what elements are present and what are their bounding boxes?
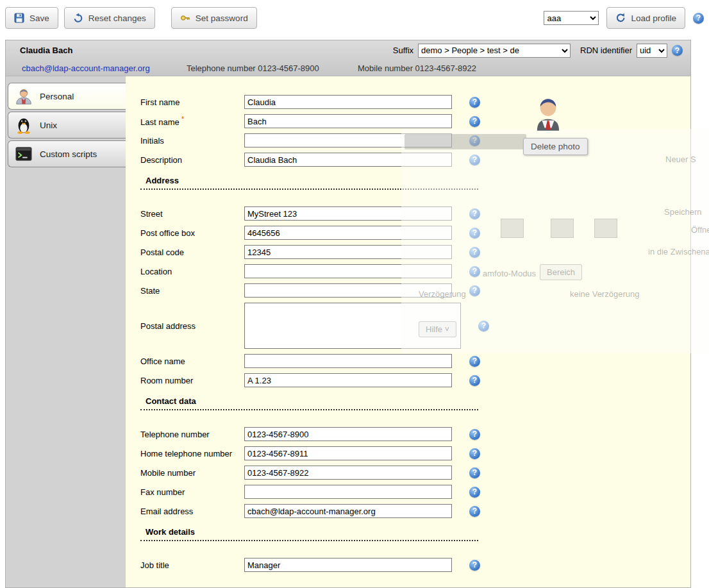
help-icon[interactable]: ? — [469, 448, 480, 459]
save-button-label: Save — [29, 13, 49, 23]
help-icon[interactable]: ? — [469, 375, 480, 386]
form-row: Fax number ? — [140, 485, 690, 499]
job-title-label: Job title — [140, 560, 244, 570]
form-row: Mobile number ? — [140, 466, 690, 480]
last-name-input[interactable] — [244, 114, 452, 128]
header-right-group: Suffix demo > People > test > de RDN ide… — [393, 44, 683, 58]
reset-changes-button[interactable]: Reset changes — [64, 7, 155, 29]
help-icon[interactable]: ? — [469, 155, 480, 165]
street-input[interactable] — [244, 206, 452, 221]
toolbar-help-icon[interactable]: ? — [693, 13, 704, 24]
postal-address-label: Postal address — [140, 321, 244, 331]
key-icon — [180, 13, 190, 23]
post-office-box-input[interactable] — [244, 226, 452, 240]
home-telephone-number-input[interactable] — [244, 446, 452, 460]
lam-account-edit-page: Save Reset changes Set password aa — [0, 0, 709, 588]
help-icon[interactable]: ? — [469, 506, 480, 517]
suffix-label: Suffix — [393, 46, 413, 55]
initials-input[interactable] — [244, 133, 452, 147]
set-password-button[interactable]: Set password — [171, 7, 257, 29]
help-icon[interactable]: ? — [469, 356, 480, 367]
help-icon[interactable]: ? — [469, 285, 480, 296]
form-row: Email address ? — [140, 504, 690, 518]
help-icon[interactable]: ? — [469, 487, 480, 498]
terminal-icon — [14, 144, 33, 164]
person-icon — [14, 87, 33, 106]
location-input[interactable] — [244, 264, 452, 278]
help-icon[interactable]: ? — [469, 266, 480, 277]
rdn-select[interactable]: uid — [637, 44, 667, 58]
help-icon[interactable]: ? — [469, 560, 480, 571]
reload-icon — [615, 13, 626, 23]
load-profile-button[interactable]: Load profile — [606, 7, 685, 29]
account-header: Claudia Bach Suffix demo > People > test… — [6, 40, 690, 76]
form-row: First name ? — [140, 95, 690, 109]
room-number-input[interactable] — [244, 373, 452, 387]
tab-unix-label: Unix — [40, 121, 57, 130]
profile-select[interactable]: aaa — [544, 11, 599, 25]
job-title-input[interactable] — [244, 558, 452, 572]
header-telephone: Telephone number 0123-4567-8900 — [187, 63, 358, 73]
description-input[interactable] — [244, 153, 452, 167]
form-row: State ? — [140, 283, 690, 298]
last-name-label: Last name* — [140, 115, 244, 127]
undo-arrow-icon — [73, 13, 83, 23]
panel-body: Personal Unix — [6, 76, 690, 587]
help-icon[interactable]: ? — [469, 135, 480, 146]
postal-address-textarea[interactable] — [244, 303, 461, 349]
form-row: Location ? — [140, 264, 690, 278]
account-email-link[interactable]: cbach@ldap-account-manager.org — [22, 63, 187, 73]
street-label: Street — [140, 209, 244, 219]
state-label: State — [140, 286, 244, 296]
account-header-row1: Claudia Bach Suffix demo > People > test… — [6, 40, 690, 60]
save-disk-icon — [14, 13, 24, 23]
first-name-label: First name — [140, 97, 244, 107]
tab-custom-scripts[interactable]: Custom scripts — [8, 140, 126, 167]
office-name-label: Office name — [140, 357, 244, 366]
account-panel: Claudia Bach Suffix demo > People > test… — [5, 40, 691, 588]
telephone-number-input[interactable] — [244, 427, 452, 441]
tab-personal[interactable]: Personal — [8, 83, 126, 110]
location-label: Location — [140, 267, 244, 276]
form-row: Street ? — [140, 206, 690, 221]
suffix-select[interactable]: demo > People > test > de — [418, 44, 571, 58]
load-profile-label: Load profile — [631, 13, 676, 23]
email-address-label: Email address — [140, 507, 244, 516]
form-row: Post office box ? — [140, 226, 690, 240]
form-row: Home telephone number ? — [140, 446, 690, 460]
tab-custom-scripts-label: Custom scripts — [40, 149, 97, 159]
save-button[interactable]: Save — [5, 7, 58, 29]
account-title: Claudia Bach — [20, 46, 72, 55]
help-icon[interactable]: ? — [469, 228, 480, 239]
mobile-number-input[interactable] — [244, 466, 452, 480]
help-icon[interactable]: ? — [469, 247, 480, 258]
form-row: Room number ? — [140, 373, 690, 387]
form-row: Initials ? — [140, 133, 690, 147]
help-icon[interactable]: ? — [469, 208, 480, 219]
help-icon[interactable]: ? — [469, 429, 480, 440]
initials-label: Initials — [140, 136, 244, 146]
sidebar: Personal Unix — [6, 76, 126, 587]
help-icon[interactable]: ? — [478, 321, 489, 332]
header-mobile: Mobile number 0123-4567-8922 — [358, 63, 476, 73]
first-name-input[interactable] — [244, 95, 452, 109]
tab-unix[interactable]: Unix — [8, 112, 126, 139]
toolbar: Save Reset changes Set password aa — [0, 0, 709, 36]
post-office-box-label: Post office box — [140, 228, 244, 238]
section-header: Contact data — [140, 396, 478, 410]
postal-code-input[interactable] — [244, 245, 452, 259]
help-icon[interactable]: ? — [469, 467, 480, 478]
state-input[interactable] — [244, 283, 452, 298]
email-address-input[interactable] — [244, 504, 452, 518]
header-help-icon[interactable]: ? — [672, 45, 683, 56]
user-photo — [531, 92, 565, 132]
office-name-input[interactable] — [244, 354, 452, 368]
fax-number-input[interactable] — [244, 485, 452, 499]
room-number-label: Room number — [140, 376, 244, 385]
set-password-label: Set password — [196, 13, 248, 23]
help-icon[interactable]: ? — [469, 97, 480, 108]
description-label: Description — [140, 155, 244, 165]
form-row: Postal address ? — [140, 303, 690, 349]
help-icon[interactable]: ? — [469, 116, 480, 127]
delete-photo-button[interactable]: Delete photo — [523, 138, 588, 155]
